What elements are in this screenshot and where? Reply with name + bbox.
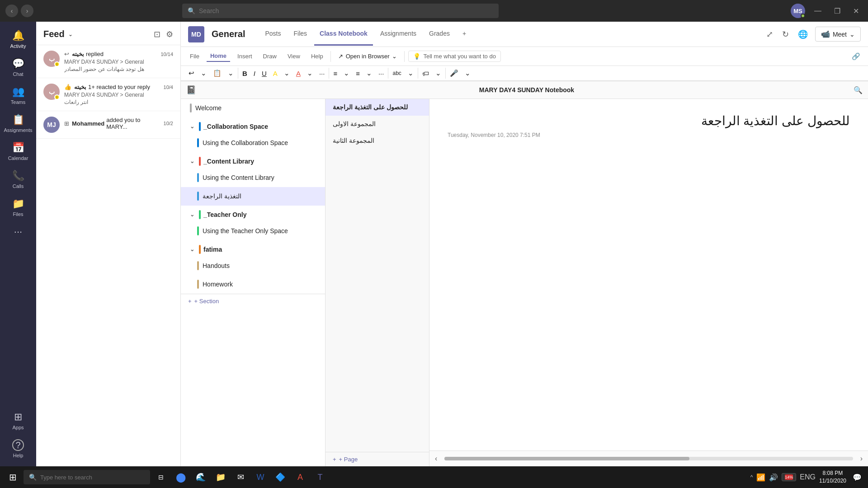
- numbered-list-button[interactable]: ≡: [354, 68, 362, 79]
- section-teacher-only-space[interactable]: Using the Teacher Only Space: [181, 222, 325, 240]
- meet-button[interactable]: 📹 Meet ⌄: [815, 27, 861, 42]
- highlight-button[interactable]: A: [271, 68, 280, 79]
- start-button[interactable]: ⊞: [4, 468, 22, 486]
- underline-button[interactable]: U: [259, 68, 269, 79]
- share-icon[interactable]: 🔗: [849, 51, 863, 62]
- file-explorer-button[interactable]: 📁: [212, 468, 230, 486]
- section-group-content-library[interactable]: ⌄ _Content Library: [181, 152, 325, 169]
- scroll-right-button[interactable]: ›: [857, 453, 866, 465]
- page-item[interactable]: المجموعة الاولى: [326, 116, 429, 132]
- tag-button[interactable]: 🏷: [420, 68, 431, 79]
- scroll-left-button[interactable]: ‹: [431, 453, 441, 465]
- sidebar-item-teams[interactable]: 👥 Teams: [0, 81, 36, 109]
- font-color-button[interactable]: A: [294, 68, 303, 79]
- sidebar-item-chat[interactable]: 💬 Chat: [0, 53, 36, 81]
- chrome-button[interactable]: ⬤: [172, 468, 190, 486]
- close-button[interactable]: ✕: [849, 5, 863, 17]
- sidebar-item-calls[interactable]: 📞 Calls: [0, 165, 36, 193]
- tell-me-field[interactable]: 💡 Tell me what you want to do: [408, 51, 500, 62]
- section-taghzia[interactable]: التغذية الراجعة: [181, 187, 325, 206]
- bullet-chevron[interactable]: ⌄: [341, 68, 352, 79]
- section-using-content-library[interactable]: Using the Content Library: [181, 169, 325, 187]
- tab-grades[interactable]: Grades: [424, 23, 455, 46]
- ms-button[interactable]: 🔷: [271, 468, 289, 486]
- dictate-button[interactable]: 🎤: [448, 68, 461, 79]
- notification-button[interactable]: 💬: [850, 470, 864, 484]
- globe-button[interactable]: 🌐: [796, 28, 810, 41]
- mail-button[interactable]: ✉: [231, 468, 250, 486]
- search-input[interactable]: [199, 7, 493, 14]
- tab-assignments[interactable]: Assignments: [375, 23, 422, 46]
- tab-files[interactable]: Files: [288, 23, 313, 46]
- teams-taskbar-button[interactable]: T: [311, 468, 329, 486]
- forward-button[interactable]: ›: [21, 5, 33, 17]
- back-button[interactable]: ‹: [5, 5, 18, 17]
- sidebar-item-help[interactable]: ? Help: [0, 435, 36, 463]
- sidebar-item-activity[interactable]: 🔔 Activity: [0, 25, 36, 53]
- page-item[interactable]: للحصول على التغذية الراجعة: [326, 99, 429, 116]
- sidebar-item-files[interactable]: 📁 Files: [0, 193, 36, 221]
- taskbar-search-input[interactable]: [40, 474, 145, 481]
- add-tab-button[interactable]: +: [457, 23, 472, 46]
- feed-chevron-icon[interactable]: ⌄: [68, 31, 73, 38]
- feed-filter-button[interactable]: ⊡: [154, 29, 160, 39]
- minimize-button[interactable]: —: [811, 5, 825, 17]
- add-page-button[interactable]: + + Page: [326, 452, 429, 466]
- open-in-browser-button[interactable]: ↗ Open in Browser ⌄: [335, 51, 401, 61]
- add-section-button[interactable]: + + Section: [181, 294, 325, 308]
- acrobat-button[interactable]: A: [291, 468, 309, 486]
- styles-chevron[interactable]: ⌄: [406, 68, 416, 79]
- page-item[interactable]: المجموعة الثانية: [326, 132, 429, 149]
- section-group-fatima[interactable]: ⌄ fatima: [181, 240, 325, 257]
- undo-chevron[interactable]: ⌄: [198, 68, 209, 79]
- styles-button[interactable]: abc: [390, 69, 403, 78]
- expand-button[interactable]: ⤢: [764, 28, 775, 41]
- section-group-teacher-only[interactable]: ⌄ _Teacher Only: [181, 206, 325, 222]
- italic-button[interactable]: I: [251, 68, 258, 79]
- ribbon-tab-view[interactable]: View: [284, 51, 304, 61]
- user-avatar[interactable]: MS: [791, 4, 805, 18]
- sidebar-item-more[interactable]: ···: [0, 221, 36, 242]
- ribbon-right: 🔗: [849, 51, 863, 62]
- tag-chevron[interactable]: ⌄: [433, 68, 443, 79]
- font-color-chevron[interactable]: ⌄: [305, 68, 315, 79]
- word-button[interactable]: W: [251, 468, 269, 486]
- edge-button[interactable]: 🌊: [192, 468, 210, 486]
- ribbon-tab-insert[interactable]: Insert: [234, 51, 256, 61]
- section-homework[interactable]: Homework: [181, 275, 325, 294]
- paste-chevron[interactable]: ⌄: [226, 68, 236, 79]
- feed-item[interactable]: MJ ⊞ Mohammed added you to MARY... 10/2: [36, 111, 180, 139]
- section-handouts[interactable]: Handouts: [181, 257, 325, 275]
- tab-posts[interactable]: Posts: [259, 23, 286, 46]
- show-hidden-icon[interactable]: ^: [750, 474, 753, 480]
- sidebar-item-assignments[interactable]: 📋 Assignments: [0, 109, 36, 137]
- feed-item[interactable]: ب ! ↩ بخيته replied 10/14 MARY DAY4 SUND…: [36, 45, 180, 78]
- undo-button[interactable]: ↩: [186, 68, 197, 79]
- search-icon: 🔍: [188, 7, 195, 14]
- ribbon-tab-help[interactable]: Help: [307, 51, 327, 61]
- sidebar-item-apps[interactable]: ⊞ Apps: [0, 407, 36, 435]
- sidebar-item-calendar[interactable]: 📅 Calendar: [0, 137, 36, 165]
- feed-item[interactable]: ب ! 👍 بخيته 1+ reacted to your reply 10/…: [36, 78, 180, 111]
- ribbon-tab-file[interactable]: File: [186, 51, 203, 61]
- ribbon-tab-home[interactable]: Home: [207, 51, 230, 62]
- ribbon-tab-draw[interactable]: Draw: [259, 51, 280, 61]
- channel-name: General: [212, 29, 245, 39]
- more-format-button[interactable]: ···: [317, 68, 327, 79]
- paste-button[interactable]: 📋: [211, 68, 224, 79]
- refresh-button[interactable]: ↻: [780, 28, 791, 41]
- section-welcome[interactable]: Welcome: [181, 99, 325, 117]
- bold-button[interactable]: B: [240, 68, 250, 79]
- more-list-button[interactable]: ···: [376, 68, 387, 79]
- tab-class-notebook[interactable]: Class Notebook: [314, 23, 373, 46]
- bullet-list-button[interactable]: ≡: [331, 68, 340, 79]
- dictate-chevron[interactable]: ⌄: [462, 68, 473, 79]
- section-collaboration-space[interactable]: Using the Collaboration Space: [181, 134, 325, 152]
- numbered-chevron[interactable]: ⌄: [364, 68, 374, 79]
- feed-settings-button[interactable]: ⚙: [166, 29, 173, 39]
- highlight-chevron[interactable]: ⌄: [282, 68, 292, 79]
- maximize-button[interactable]: ❐: [830, 5, 844, 17]
- task-view-button[interactable]: ⊟: [152, 468, 170, 486]
- section-group-collaboration[interactable]: ⌄ _Collaboration Space: [181, 117, 325, 134]
- notebook-search-button[interactable]: 🔍: [854, 86, 863, 94]
